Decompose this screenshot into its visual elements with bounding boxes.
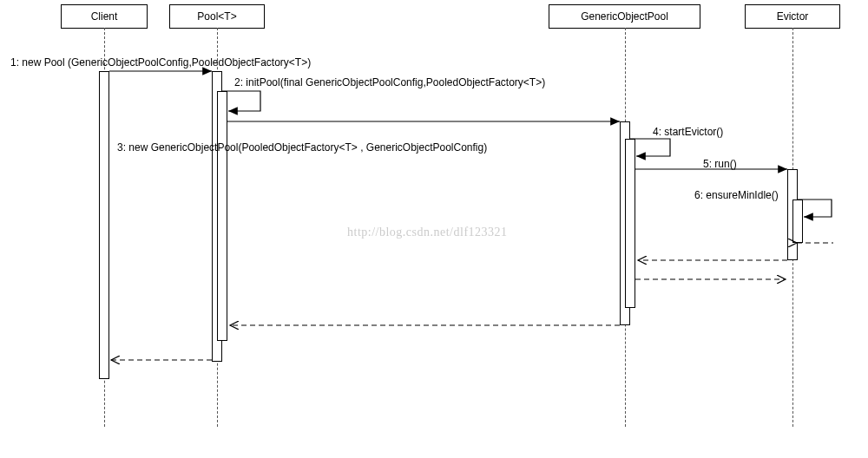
participant-gop: GenericObjectPool (549, 4, 700, 29)
participant-client: Client (61, 4, 148, 29)
activation-evictor2 (792, 200, 803, 243)
msg-6-label: 6: ensureMinIdle() (694, 189, 779, 201)
msg-3-label: 3: new GenericObjectPool(PooledObjectFac… (117, 141, 487, 154)
msg-2-label: 2: initPool(final GenericObjectPoolConfi… (234, 76, 545, 88)
arrow-layer (0, 0, 868, 458)
msg-4-label: 4: startEvictor() (653, 126, 723, 138)
watermark-text: http://blog.csdn.net/dlf123321 (347, 226, 508, 239)
msg-2-arrow (222, 91, 260, 111)
activation-gop-2 (625, 139, 635, 308)
msg-4-arrow (630, 139, 670, 156)
msg-5-label: 5: run() (703, 158, 737, 170)
participant-evictor: Evictor (745, 4, 840, 29)
activation-pool-2 (217, 91, 227, 341)
activation-client (99, 71, 109, 379)
msg-1-label: 1: new Pool (GenericObjectPoolConfig,Poo… (10, 56, 311, 69)
participant-pool: Pool<T> (169, 4, 265, 29)
